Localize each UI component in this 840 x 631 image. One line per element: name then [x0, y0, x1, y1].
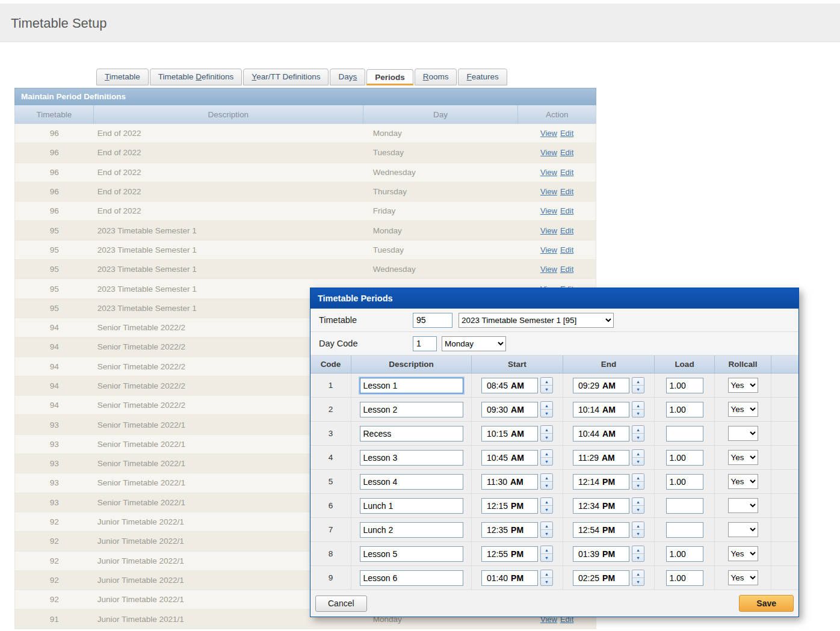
- period-description-input[interactable]: [360, 474, 463, 490]
- period-load-input[interactable]: [666, 546, 703, 562]
- end-time-input[interactable]: 01:39PM: [573, 546, 629, 562]
- period-rollcall-select[interactable]: Yes: [728, 378, 758, 393]
- start-spin-down-icon[interactable]: ▼: [541, 578, 552, 585]
- start-spin-up-icon[interactable]: ▲: [541, 546, 552, 554]
- edit-link[interactable]: Edit: [560, 265, 573, 274]
- period-load-input[interactable]: [666, 570, 703, 586]
- end-spin-up-icon[interactable]: ▲: [632, 402, 644, 410]
- end-spin-down-icon[interactable]: ▼: [632, 530, 644, 537]
- end-time-input[interactable]: 02:25PM: [573, 570, 629, 586]
- period-rollcall-select[interactable]: [728, 522, 758, 537]
- period-load-input[interactable]: [666, 402, 703, 417]
- view-link[interactable]: View: [540, 187, 557, 196]
- start-time-input[interactable]: 08:45AM: [481, 378, 538, 393]
- start-spin-up-icon[interactable]: ▲: [541, 450, 552, 458]
- end-time-input[interactable]: 10:44AM: [573, 426, 629, 442]
- timetable-select[interactable]: 2023 Timetable Semester 1 [95]: [459, 313, 614, 328]
- period-description-input[interactable]: [360, 570, 463, 586]
- day-code-input[interactable]: [413, 336, 437, 351]
- cancel-button[interactable]: Cancel: [315, 596, 367, 612]
- end-spin-up-icon[interactable]: ▲: [632, 498, 644, 506]
- end-spin-down-icon[interactable]: ▼: [632, 410, 644, 417]
- tab-timetable-definitions[interactable]: Timetable Definitions: [150, 69, 242, 85]
- start-spin-down-icon[interactable]: ▼: [541, 458, 552, 465]
- end-spin-down-icon[interactable]: ▼: [632, 554, 644, 561]
- end-spin-down-icon[interactable]: ▼: [632, 482, 644, 489]
- start-spin-down-icon[interactable]: ▼: [541, 386, 552, 393]
- period-description-input[interactable]: [360, 450, 463, 466]
- tab-rooms[interactable]: Rooms: [415, 69, 457, 85]
- start-time-input[interactable]: 09:30AM: [481, 402, 538, 417]
- period-rollcall-select[interactable]: Yes: [728, 450, 758, 465]
- end-spin-down-icon[interactable]: ▼: [632, 434, 644, 441]
- period-description-input[interactable]: [360, 426, 463, 442]
- period-load-input[interactable]: [666, 450, 703, 466]
- tab-periods[interactable]: Periods: [366, 69, 413, 85]
- start-time-input[interactable]: 01:40PM: [481, 570, 538, 586]
- tab-timetable[interactable]: Timetable: [96, 69, 149, 85]
- end-time-input[interactable]: 12:14PM: [573, 474, 629, 490]
- view-link[interactable]: View: [540, 148, 557, 157]
- start-spin-up-icon[interactable]: ▲: [541, 522, 552, 530]
- view-link[interactable]: View: [540, 226, 557, 235]
- save-button[interactable]: Save: [739, 595, 794, 612]
- start-time-input[interactable]: 12:55PM: [481, 546, 538, 562]
- start-spin-up-icon[interactable]: ▲: [541, 402, 552, 410]
- period-rollcall-select[interactable]: Yes: [728, 402, 758, 417]
- tab-days[interactable]: Days: [330, 69, 365, 85]
- end-spin-down-icon[interactable]: ▼: [632, 458, 644, 465]
- edit-link[interactable]: Edit: [560, 206, 573, 215]
- tab-year-tt-definitions[interactable]: Year/TT Definitions: [243, 69, 329, 85]
- end-spin-down-icon[interactable]: ▼: [632, 386, 644, 393]
- end-time-input[interactable]: 09:29AM: [573, 378, 629, 393]
- edit-link[interactable]: Edit: [560, 226, 573, 235]
- period-rollcall-select[interactable]: Yes: [728, 474, 758, 489]
- period-description-input[interactable]: [360, 498, 463, 514]
- end-time-input[interactable]: 10:14AM: [573, 402, 629, 417]
- period-description-input[interactable]: [360, 522, 463, 538]
- start-spin-down-icon[interactable]: ▼: [541, 554, 552, 561]
- period-description-input[interactable]: [360, 402, 463, 417]
- end-spin-up-icon[interactable]: ▲: [632, 546, 644, 554]
- view-link[interactable]: View: [540, 129, 557, 138]
- start-time-input[interactable]: 12:35PM: [481, 522, 538, 538]
- start-spin-down-icon[interactable]: ▼: [541, 482, 552, 489]
- end-time-input[interactable]: 12:54PM: [573, 522, 629, 538]
- start-time-input[interactable]: 10:15AM: [481, 426, 538, 442]
- start-spin-down-icon[interactable]: ▼: [541, 530, 552, 537]
- view-link[interactable]: View: [540, 206, 557, 215]
- view-link[interactable]: View: [540, 168, 557, 177]
- day-select[interactable]: Monday: [442, 336, 506, 351]
- edit-link[interactable]: Edit: [560, 187, 573, 196]
- end-spin-up-icon[interactable]: ▲: [632, 450, 644, 458]
- end-time-input[interactable]: 11:29AM: [573, 450, 629, 466]
- edit-link[interactable]: Edit: [560, 129, 573, 138]
- end-spin-up-icon[interactable]: ▲: [632, 570, 644, 578]
- tab-features[interactable]: Features: [458, 69, 507, 85]
- period-rollcall-select[interactable]: Yes: [728, 546, 758, 561]
- start-spin-down-icon[interactable]: ▼: [541, 434, 552, 441]
- period-rollcall-select[interactable]: Yes: [728, 570, 758, 585]
- start-spin-up-icon[interactable]: ▲: [541, 498, 552, 506]
- period-description-input[interactable]: [360, 546, 463, 562]
- edit-link[interactable]: Edit: [560, 168, 573, 177]
- period-description-input[interactable]: [360, 378, 463, 393]
- start-spin-up-icon[interactable]: ▲: [541, 570, 552, 578]
- start-time-input[interactable]: 10:45AM: [481, 450, 538, 466]
- start-spin-up-icon[interactable]: ▲: [541, 474, 552, 482]
- start-spin-down-icon[interactable]: ▼: [541, 506, 552, 513]
- view-link[interactable]: View: [540, 245, 557, 254]
- start-spin-down-icon[interactable]: ▼: [541, 410, 552, 417]
- start-time-input[interactable]: 11:30AM: [481, 474, 538, 490]
- period-load-input[interactable]: [666, 522, 703, 538]
- start-spin-up-icon[interactable]: ▲: [541, 426, 552, 434]
- timetable-code-input[interactable]: [413, 313, 452, 328]
- period-load-input[interactable]: [666, 426, 703, 442]
- period-load-input[interactable]: [666, 378, 703, 393]
- end-spin-up-icon[interactable]: ▲: [632, 474, 644, 482]
- edit-link[interactable]: Edit: [560, 245, 573, 254]
- end-spin-down-icon[interactable]: ▼: [632, 506, 644, 513]
- period-rollcall-select[interactable]: [728, 498, 758, 513]
- end-spin-up-icon[interactable]: ▲: [632, 522, 644, 530]
- start-time-input[interactable]: 12:15PM: [481, 498, 538, 514]
